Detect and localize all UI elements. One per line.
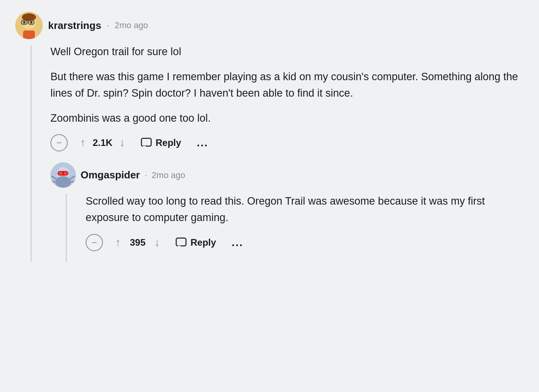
svg-line-20 <box>71 181 75 182</box>
vote-count: 2.1K <box>93 137 113 148</box>
reply-action-bar: − ↑ 395 ↓ <box>86 234 524 251</box>
reply-body: Scrolled way too long to read this. Oreg… <box>50 193 524 262</box>
reply-upvote-button[interactable]: ↑ <box>114 235 122 250</box>
collapse-button[interactable]: − <box>50 134 68 151</box>
avatar <box>15 12 43 39</box>
more-options-button[interactable]: ... <box>195 135 210 151</box>
thread-line <box>31 45 32 262</box>
svg-rect-9 <box>141 138 151 146</box>
comment-body: Well Oregon trail for sure lol But there… <box>15 44 524 262</box>
commenter-timestamp: 2mo ago <box>115 20 148 31</box>
svg-point-16 <box>56 176 71 188</box>
reply-content: Scrolled way too long to read this. Oreg… <box>82 193 524 262</box>
upvote-arrow-icon: ↑ <box>80 137 86 149</box>
reply-upvote-arrow-icon: ↑ <box>115 236 121 249</box>
upvote-button[interactable]: ↑ <box>79 135 87 151</box>
reply-vote-count: 395 <box>128 237 147 248</box>
reply-more-icon: ... <box>232 236 243 248</box>
reply-text: Scrolled way too long to read this. Oreg… <box>86 193 524 226</box>
reply-timestamp: 2mo ago <box>152 170 185 180</box>
svg-point-6 <box>30 21 32 23</box>
reply-username: Omgaspider <box>81 169 140 181</box>
reply-button[interactable]: Reply <box>138 136 184 150</box>
comment-paragraph-2: But there was this game I remember playi… <box>50 69 524 102</box>
action-bar: − ↑ 2.1K ↓ <box>50 134 524 151</box>
svg-line-19 <box>51 181 55 182</box>
reply-reply-button[interactable]: Reply <box>172 236 219 250</box>
reply-downvote-button[interactable]: ↓ <box>153 235 162 250</box>
vote-area: ↑ 2.1K ↓ <box>79 135 127 151</box>
reply-comment: Omgaspider · 2mo ago Scrolled way too lo… <box>50 162 524 262</box>
main-comment: krarstrings · 2mo ago Well Oregon trail … <box>15 12 524 262</box>
svg-rect-21 <box>176 238 186 246</box>
reply-more-options-button[interactable]: ... <box>230 235 244 250</box>
comment-thread: krarstrings · 2mo ago Well Oregon trail … <box>15 12 524 262</box>
svg-rect-15 <box>64 172 67 175</box>
svg-rect-10 <box>143 146 146 148</box>
comment-header: krarstrings · 2mo ago <box>15 12 524 39</box>
svg-rect-14 <box>59 172 62 175</box>
reply-reply-icon <box>176 237 187 248</box>
downvote-arrow-icon: ↓ <box>120 137 125 149</box>
reply-thread-line <box>66 193 67 262</box>
reply-reply-label: Reply <box>190 237 216 248</box>
reply-thread-line-area <box>50 193 82 262</box>
reply-collapse-icon: − <box>92 237 97 248</box>
commenter-username: krarstrings <box>48 20 101 32</box>
downvote-button[interactable]: ↓ <box>118 135 127 151</box>
reply-avatar <box>50 162 76 188</box>
reply-collapse-button[interactable]: − <box>86 234 103 251</box>
reply-label: Reply <box>156 137 181 148</box>
reply-downvote-arrow-icon: ↓ <box>155 236 160 249</box>
svg-point-5 <box>23 21 25 23</box>
reply-header: Omgaspider · 2mo ago <box>50 162 524 188</box>
reply-vote-area: ↑ 395 ↓ <box>114 235 162 250</box>
thread-line-area <box>15 44 47 262</box>
comment-text: Well Oregon trail for sure lol But there… <box>50 44 524 126</box>
svg-rect-22 <box>178 246 181 248</box>
comment-paragraph-3: Zoombinis was a good one too lol. <box>50 110 524 127</box>
reply-paragraph-1: Scrolled way too long to read this. Oreg… <box>86 193 524 226</box>
reply-icon <box>141 138 152 148</box>
svg-rect-7 <box>23 31 35 39</box>
svg-point-8 <box>22 13 36 21</box>
collapse-icon: − <box>56 137 62 148</box>
comment-paragraph-1: Well Oregon trail for sure lol <box>50 44 524 60</box>
comment-content: Well Oregon trail for sure lol But there… <box>47 44 524 262</box>
more-icon: ... <box>197 137 208 149</box>
